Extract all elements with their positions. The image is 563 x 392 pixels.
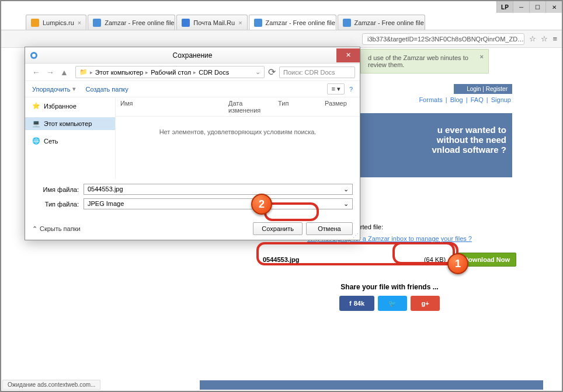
refresh-button[interactable]: ⟳ <box>268 66 276 78</box>
close-tab-icon[interactable]: × <box>238 19 242 26</box>
breadcrumb-item[interactable]: Этот компьютер <box>95 69 143 76</box>
close-icon[interactable]: × <box>480 53 484 60</box>
computer-icon: 💻 <box>32 120 40 128</box>
tab-label: Lumpics.ru <box>43 19 74 26</box>
url-field[interactable]: i3b373&targetID=12Sr3NF0Ch8sOBNQrQinrOM_… <box>362 33 524 45</box>
breadcrumb[interactable]: 📁 ▸ Этот компьютер ▸ Рабочий стол ▸ CDR … <box>75 66 265 78</box>
col-name[interactable]: Имя <box>116 97 224 116</box>
status-bar: Ожидание ads.contextweb.com... <box>2 380 100 390</box>
favicon-icon <box>93 19 101 27</box>
col-size[interactable]: Размер <box>320 97 355 116</box>
tab-label: Почта Mail.Ru <box>193 19 235 26</box>
save-button[interactable]: Сохранить <box>253 222 303 235</box>
nav-link[interactable]: Formats <box>419 96 442 103</box>
breadcrumb-item[interactable]: Рабочий стол <box>151 69 191 76</box>
favicon-icon <box>182 19 190 27</box>
filename-input[interactable]: 0544553.jpg⌄ <box>84 184 353 195</box>
annotation-badge-2: 2 <box>251 194 272 215</box>
chevron-down-icon[interactable]: ⌄ <box>343 186 349 193</box>
share-section: Share your file with friends ... f84k 🐦 … <box>258 283 521 311</box>
col-date[interactable]: Дата изменения <box>224 97 273 116</box>
nav-link[interactable]: Signup <box>491 96 511 103</box>
chevron-down-icon[interactable]: ⌄ <box>343 200 349 208</box>
hide-folders-button[interactable]: ⌃Скрыть папки <box>32 225 81 233</box>
file-size: (64 KB) <box>424 256 446 263</box>
dialog-toolbar: Упорядочить▾ Создать папку ≡ ▾ ? <box>25 81 360 97</box>
login-strip: Login | Register <box>454 84 512 94</box>
dialog-body: ⭐Избранное 💻Этот компьютер 🌐Сеть Имя Дат… <box>25 97 360 179</box>
new-folder-button[interactable]: Создать папку <box>85 86 128 93</box>
dialog-title: Сохранение <box>173 51 213 60</box>
folder-icon: 📁 <box>79 68 88 76</box>
sidebar-network[interactable]: 🌐Сеть <box>25 135 115 148</box>
sub-nav: Formats | Blog | FAQ | Signup <box>360 94 512 103</box>
close-window-button[interactable]: ✕ <box>545 1 562 13</box>
forward-button[interactable]: → <box>44 66 57 78</box>
share-twitter-button[interactable]: 🐦 <box>378 296 407 311</box>
close-tab-icon[interactable]: × <box>78 19 81 26</box>
menu-icon[interactable]: ≡ <box>552 34 557 43</box>
banner-line: u ever wanted to <box>366 125 506 135</box>
browser-tab[interactable]: Zamzar - Free online file× <box>88 15 175 30</box>
network-icon: 🌐 <box>32 137 40 145</box>
filetype-select[interactable]: JPEG Image⌄ <box>84 198 353 209</box>
help-button[interactable]: ? <box>349 86 353 93</box>
back-button[interactable]: ← <box>30 66 43 78</box>
window-controls: LP ─ ☐ ✕ <box>496 1 562 13</box>
dialog-fields: Имя файла: 0544553.jpg⌄ Тип файла: JPEG … <box>25 179 360 218</box>
dialog-path-bar: ← → ▲ 📁 ▸ Этот компьютер ▸ Рабочий стол … <box>25 64 360 81</box>
share-title: Share your file with friends ... <box>258 283 521 291</box>
nav-link[interactable]: Blog <box>450 96 463 103</box>
dialog-titlebar: Сохранение ✕ <box>25 47 360 64</box>
search-input[interactable]: Поиск: CDR Docs <box>279 66 355 78</box>
bookmark-icon[interactable]: ☆ <box>541 34 548 43</box>
minimize-button[interactable]: ─ <box>513 1 529 13</box>
sidebar-label: Этот компьютер <box>44 120 92 127</box>
fb-count: 84k <box>354 300 364 307</box>
file-row: 0544553.jpg (64 KB) Download Now <box>258 247 521 272</box>
sidebar-label: Избранное <box>44 103 77 110</box>
promo-banner: u ever wanted to without the need vnload… <box>360 113 512 177</box>
breadcrumb-item[interactable]: CDR Docs <box>199 69 229 76</box>
browser-tab-active[interactable]: Zamzar - Free online file× <box>249 15 336 30</box>
dialog-sidebar: ⭐Избранное 💻Этот компьютер 🌐Сеть <box>25 97 116 179</box>
view-options-button[interactable]: ≡ ▾ <box>327 83 344 94</box>
close-dialog-button[interactable]: ✕ <box>336 48 360 62</box>
up-button[interactable]: ▲ <box>58 66 71 78</box>
chevron-up-icon: ⌃ <box>32 225 37 233</box>
tab-label: Zamzar - Free online file <box>105 19 174 26</box>
filename-value: 0544553.jpg <box>88 186 123 193</box>
favicon-icon <box>31 19 39 27</box>
sidebar-computer[interactable]: 💻Этот компьютер <box>25 117 115 130</box>
empty-list-message: Нет элементов, удовлетворяющих условиям … <box>116 117 360 147</box>
nav-link[interactable]: FAQ <box>471 96 484 103</box>
register-link[interactable]: Register <box>486 86 508 92</box>
login-link[interactable]: Login <box>467 86 481 92</box>
svg-point-1 <box>32 54 36 57</box>
translate-icon[interactable]: ☆ <box>529 34 536 43</box>
filename-label: Имя файла: <box>32 186 79 193</box>
tab-label: Zamzar - Free online file <box>355 19 424 26</box>
browser-tab[interactable]: Почта Mail.Ru× <box>176 15 247 30</box>
address-bar: i3b373&targetID=12Sr3NF0Ch8sOBNQrQinrOM_… <box>1 30 562 48</box>
hide-folders-label: Скрыть папки <box>40 225 81 232</box>
favicon-icon <box>254 19 262 27</box>
login-area: Login | Register Formats | Blog | FAQ | … <box>360 84 512 103</box>
share-facebook-button[interactable]: f84k <box>339 296 374 311</box>
file-list: Имя Дата изменения Тип Размер Нет элемен… <box>116 97 360 179</box>
maximize-button[interactable]: ☐ <box>529 1 545 13</box>
browser-tab[interactable]: Lumpics.ru× <box>26 15 86 30</box>
notice-banner: d use of the Zamzar web ninutes to revie… <box>360 49 489 74</box>
chrome-icon <box>30 51 38 60</box>
resize-grip[interactable]: ⋰ <box>353 232 359 239</box>
browser-tab[interactable]: Zamzar - Free online file× <box>338 15 425 30</box>
col-type[interactable]: Тип <box>273 97 320 116</box>
organize-menu[interactable]: Упорядочить <box>32 86 70 93</box>
sidebar-favorites[interactable]: ⭐Избранное <box>25 100 115 113</box>
banner-line: without the need <box>366 135 506 145</box>
dialog-footer: ⌃Скрыть папки Сохранить Отмена <box>25 218 360 240</box>
share-googleplus-button[interactable]: g+ <box>411 296 440 311</box>
page-footer <box>200 380 543 390</box>
star-icon: ⭐ <box>32 102 40 110</box>
cancel-button[interactable]: Отмена <box>306 222 353 235</box>
